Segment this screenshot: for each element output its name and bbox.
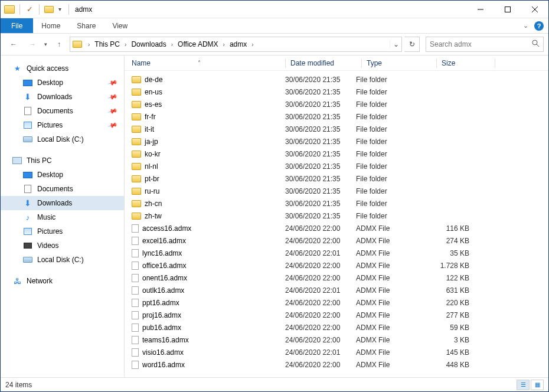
sidebar-item-documents[interactable]: Documents 📌 <box>1 104 124 118</box>
help-icon[interactable]: ? <box>534 21 544 31</box>
sidebar-item-downloads[interactable]: ⬇ Downloads 📌 <box>1 90 124 104</box>
folder-icon <box>73 41 82 48</box>
close-button[interactable] <box>521 1 548 18</box>
details-view-button[interactable]: ☰ <box>517 380 530 390</box>
sidebar-item-local-disk[interactable]: Local Disk (C:) <box>1 253 124 267</box>
tab-view[interactable]: View <box>104 18 136 33</box>
chevron-right-icon[interactable]: › <box>122 41 129 48</box>
breadcrumb[interactable]: admx <box>227 37 249 51</box>
properties-icon[interactable]: ✓ <box>25 5 34 14</box>
file-menu[interactable]: File <box>1 18 33 33</box>
file-row[interactable]: visio16.admx24/06/2020 22:01ADMX File145… <box>125 346 548 358</box>
column-header-date[interactable]: Date modified <box>290 55 361 70</box>
column-separator[interactable] <box>285 58 286 68</box>
maximize-button[interactable] <box>494 1 521 18</box>
column-header-name[interactable]: Name ˄ <box>132 55 285 70</box>
file-row[interactable]: office16.admx24/06/2020 22:00ADMX File1.… <box>125 259 548 272</box>
file-row[interactable]: access16.admx24/06/2020 22:00ADMX File11… <box>125 222 548 234</box>
file-row[interactable]: outlk16.admx24/06/2020 22:01ADMX File631… <box>125 284 548 296</box>
forward-button[interactable]: → <box>24 36 41 53</box>
folder-icon <box>4 5 15 14</box>
tab-share[interactable]: Share <box>68 18 104 33</box>
sidebar-item-network[interactable]: 🖧 Network <box>1 274 124 288</box>
file-row[interactable]: onent16.admx24/06/2020 22:00ADMX File122… <box>125 272 548 284</box>
file-icon <box>132 299 139 307</box>
file-row[interactable]: en-us30/06/2020 21:35File folder <box>125 86 548 98</box>
file-icon <box>132 311 139 319</box>
file-type: ADMX File <box>356 361 426 369</box>
file-row[interactable]: proj16.admx24/06/2020 22:00ADMX File277 … <box>125 309 548 321</box>
breadcrumb[interactable]: Office ADMX <box>175 37 220 51</box>
qat-dropdown-icon[interactable]: ▾ <box>56 6 64 12</box>
sidebar-item-label: Local Disk (C:) <box>37 256 84 264</box>
disk-icon <box>23 136 32 142</box>
breadcrumb[interactable]: This PC <box>92 37 122 51</box>
chevron-right-icon[interactable]: › <box>249 41 256 48</box>
file-name: visio16.admx <box>142 348 184 357</box>
file-icon <box>132 224 139 233</box>
sidebar-item-music[interactable]: ♪ Music <box>1 210 124 224</box>
tab-home[interactable]: Home <box>33 18 68 33</box>
breadcrumb[interactable]: Downloads <box>129 37 168 51</box>
sidebar-item-local-disk[interactable]: Local Disk (C:) <box>1 132 124 146</box>
window-controls <box>467 1 548 18</box>
column-separator[interactable] <box>436 58 437 68</box>
file-row[interactable]: word16.admx24/06/2020 22:00ADMX File448 … <box>125 358 548 371</box>
folder-icon[interactable] <box>44 6 54 13</box>
file-row[interactable]: es-es30/06/2020 21:35File folder <box>125 98 548 110</box>
file-row[interactable]: pt-br30/06/2020 21:35File folder <box>125 172 548 185</box>
navigation-pane[interactable]: ★ Quick access Desktop 📌 ⬇ Downloads 📌 D… <box>1 55 125 377</box>
address-dropdown-icon[interactable]: ⌄ <box>390 40 401 48</box>
folder-icon <box>132 175 141 182</box>
file-row[interactable]: excel16.admx24/06/2020 22:00ADMX File274… <box>125 234 548 247</box>
column-separator[interactable] <box>361 58 362 68</box>
music-icon: ♪ <box>23 213 32 222</box>
sidebar-item-quick-access[interactable]: ★ Quick access <box>1 61 124 76</box>
search-icon[interactable] <box>532 40 540 49</box>
sidebar-item-desktop[interactable]: Desktop 📌 <box>1 76 124 90</box>
chevron-right-icon[interactable]: › <box>86 41 92 48</box>
file-row[interactable]: ja-jp30/06/2020 21:35File folder <box>125 135 548 148</box>
file-row[interactable]: lync16.admx24/06/2020 22:01ADMX File35 K… <box>125 247 548 259</box>
file-name: de-de <box>145 76 163 84</box>
column-separator[interactable] <box>495 58 495 68</box>
file-type: ADMX File <box>356 324 426 332</box>
file-rows[interactable]: de-de30/06/2020 21:35File folderen-us30/… <box>125 71 548 377</box>
file-row[interactable]: pub16.admx24/06/2020 22:00ADMX File59 KB <box>125 321 548 334</box>
file-row[interactable]: ko-kr30/06/2020 21:35File folder <box>125 148 548 160</box>
sidebar-item-downloads[interactable]: ⬇ Downloads <box>1 196 124 210</box>
minimize-button[interactable] <box>467 1 494 18</box>
search-input[interactable] <box>430 40 532 48</box>
sidebar-item-pictures[interactable]: Pictures <box>1 224 124 239</box>
address-bar[interactable]: › This PC › Downloads › Office ADMX › ad… <box>70 37 402 52</box>
chevron-right-icon[interactable]: › <box>221 41 227 48</box>
file-type: File folder <box>356 138 426 146</box>
file-row[interactable]: it-it30/06/2020 21:35File folder <box>125 123 548 135</box>
sidebar-item-documents[interactable]: Documents <box>1 182 124 196</box>
sidebar-item-desktop[interactable]: Desktop <box>1 168 124 182</box>
sidebar-item-pictures[interactable]: Pictures 📌 <box>1 118 124 132</box>
file-row[interactable]: ppt16.admx24/06/2020 22:00ADMX File220 K… <box>125 296 548 309</box>
column-header-size[interactable]: Size <box>442 55 495 70</box>
file-row[interactable]: fr-fr30/06/2020 21:35File folder <box>125 110 548 123</box>
sidebar-item-this-pc[interactable]: This PC <box>1 153 124 168</box>
file-date: 30/06/2020 21:35 <box>285 100 356 109</box>
large-icons-view-button[interactable]: ▦ <box>531 380 544 390</box>
search-box[interactable] <box>426 37 544 52</box>
history-dropdown-icon[interactable]: ▾ <box>43 41 48 47</box>
file-icon <box>132 336 139 344</box>
chevron-right-icon[interactable]: › <box>169 41 175 48</box>
file-row[interactable]: de-de30/06/2020 21:35File folder <box>125 73 548 86</box>
file-row[interactable]: teams16.admx24/06/2020 22:00ADMX File3 K… <box>125 334 548 346</box>
file-icon <box>132 262 139 270</box>
file-row[interactable]: ru-ru30/06/2020 21:35File folder <box>125 185 548 197</box>
sidebar-item-videos[interactable]: Videos <box>1 239 124 253</box>
file-row[interactable]: zh-cn30/06/2020 21:35File folder <box>125 197 548 210</box>
refresh-button[interactable]: ↻ <box>404 37 420 52</box>
column-header-type[interactable]: Type <box>367 55 436 70</box>
up-button[interactable]: ↑ <box>51 36 67 53</box>
expand-ribbon-icon[interactable]: ⌄ <box>523 22 528 30</box>
file-row[interactable]: nl-nl30/06/2020 21:35File folder <box>125 160 548 172</box>
file-row[interactable]: zh-tw30/06/2020 21:35File folder <box>125 210 548 222</box>
back-button[interactable]: ← <box>5 36 22 53</box>
